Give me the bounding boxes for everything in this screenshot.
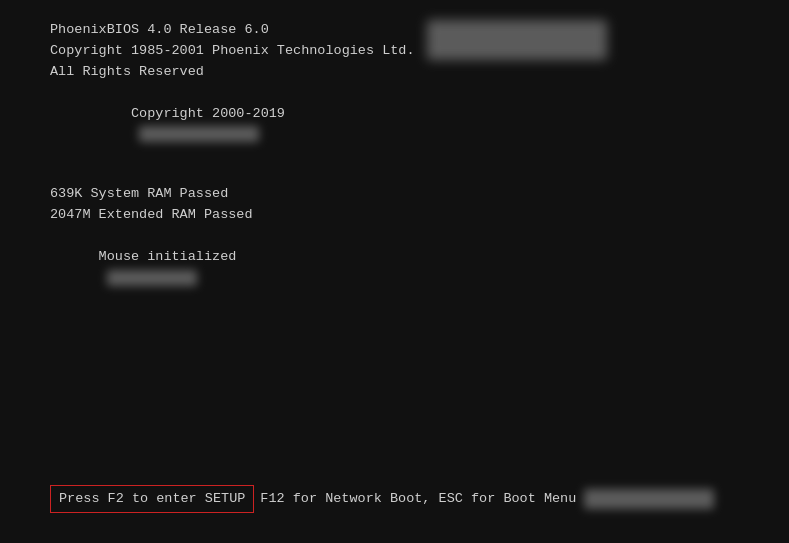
bios-line-3: All Rights Reserved [50, 62, 415, 83]
bios-line-6: 2047M Extended RAM Passed [50, 205, 739, 226]
bottom-bar: Press F2 to enter SETUP F12 for Network … [50, 485, 739, 513]
f2-label: Press F2 to enter SETUP [59, 491, 245, 506]
blurred-region-bottom [584, 489, 714, 509]
blurred-region-top-right [427, 20, 607, 60]
bios-line-4: Copyright 2000-2019 [50, 83, 415, 167]
bios-line-1: PhoenixBIOS 4.0 Release 6.0 [50, 20, 415, 41]
blurred-region-1 [139, 126, 259, 142]
bios-screen: PhoenixBIOS 4.0 Release 6.0 Copyright 19… [0, 0, 789, 543]
bios-header: PhoenixBIOS 4.0 Release 6.0 Copyright 19… [50, 20, 739, 166]
boot-options-text: F12 for Network Boot, ESC for Boot Menu [260, 489, 576, 509]
bios-line-2: Copyright 1985-2001 Phoenix Technologies… [50, 41, 415, 62]
bios-line-7: Mouse initialized [50, 226, 739, 310]
bios-line-5: 639K System RAM Passed [50, 184, 739, 205]
f2-setup-box[interactable]: Press F2 to enter SETUP [50, 485, 254, 513]
blurred-region-2 [107, 270, 197, 286]
copyright-block: PhoenixBIOS 4.0 Release 6.0 Copyright 19… [50, 20, 415, 166]
bios-info: PhoenixBIOS 4.0 Release 6.0 Copyright 19… [50, 20, 739, 310]
